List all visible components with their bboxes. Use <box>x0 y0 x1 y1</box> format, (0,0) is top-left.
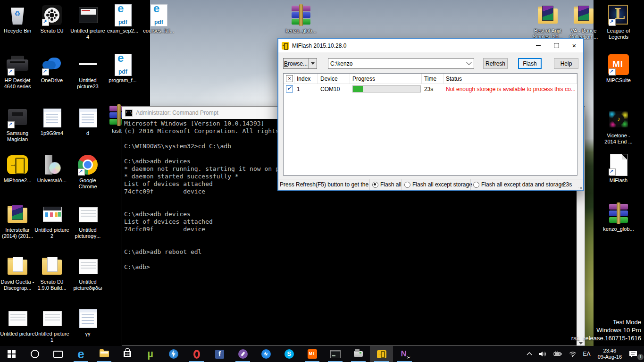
watermark-line-1: Test Mode <box>571 318 641 326</box>
desktop-icon-untitled-picture-2[interactable]: Untitled picture 2 <box>34 203 70 239</box>
viber-icon[interactable] <box>231 346 254 362</box>
refresh-button[interactable]: Refresh <box>483 58 508 69</box>
thumb-light-icon-shape <box>79 207 98 222</box>
radio-button-icon[interactable] <box>372 182 378 188</box>
device-app-icon[interactable] <box>347 346 370 362</box>
start-button[interactable] <box>0 346 23 362</box>
battery-icon[interactable] <box>550 346 566 362</box>
clock[interactable]: 23:46 09-Aug-16 <box>594 348 626 360</box>
thumb-light-icon <box>76 255 99 278</box>
onenote-clipper-icon[interactable] <box>393 346 416 362</box>
shortcut-arrow-icon <box>78 168 85 176</box>
opera-icon[interactable] <box>185 346 208 362</box>
desktop-icon-interstellar-2014-201[interactable]: Interstellar (2014) (201... <box>0 203 35 239</box>
resize-grip[interactable] <box>577 179 583 190</box>
desktop-icon-untitled-picture-1[interactable]: Untitled picture 1 <box>34 307 70 343</box>
desktop-icon-untitled-picture-4[interactable]: Untitled picture 4 <box>70 4 106 40</box>
folder-doc-icon <box>6 255 29 278</box>
device-row[interactable]: 1COM1023sNot enough storage is available… <box>284 84 577 94</box>
desktop-icon-1p9g9m4[interactable]: 1p9G9m4 <box>34 106 70 136</box>
desktop-icon-vicetone-2014-end[interactable]: Vicetone - 2014 End ... <box>601 109 636 145</box>
desktop-icon-d[interactable]: d <box>70 106 106 136</box>
cortana-search-button[interactable] <box>23 346 46 362</box>
desktop-icon-recycle-bin[interactable]: Recycle Bin <box>0 4 35 34</box>
desktop-icon-serato-dj[interactable]: Serato DJ <box>34 4 70 34</box>
combobox-chevron-icon[interactable] <box>464 59 474 68</box>
console-line: List of devices attached <box>124 218 585 226</box>
radio-flash-all-except-storage[interactable]: Flash all except storage <box>401 179 470 190</box>
edge-icon[interactable] <box>69 346 92 362</box>
column-header-progress[interactable]: Progress <box>350 74 422 84</box>
desktop-icon-serato-dj-1-9-0-build[interactable]: Serato DJ 1.9.0 Build... <box>34 255 70 291</box>
serato-icon <box>41 4 63 26</box>
flash-button[interactable]: Flash <box>518 58 542 69</box>
watermark-line-2: Windows 10 Pro <box>571 326 641 334</box>
desktop-icon-david-guetta-discograp[interactable]: David Guetta - Discograp... <box>0 255 35 291</box>
desktop-icon-label: Serato DJ 1.9.0 Build... <box>34 279 70 291</box>
select-all-checkbox[interactable] <box>284 74 294 84</box>
wifi-icon[interactable] <box>566 346 580 362</box>
radio-button-icon[interactable] <box>473 182 479 188</box>
desktop-icon-best-of-arijit-singles-20[interactable]: Best of Arijit Singles [20... <box>530 4 566 40</box>
desktop-icon-untitled-pictureδφδω[interactable]: Untitled pictureδφδω <box>70 255 106 291</box>
facebook-icon[interactable] <box>208 346 231 362</box>
desktop-icon-va-dance-collection[interactable]: VA - Dance Collection ... <box>566 4 602 40</box>
miflash-titlebar[interactable]: MiFlash 2015.10.28.0 × <box>278 39 583 52</box>
desktop-icon-kenzo-glob[interactable]: kenzo_glob... <box>283 4 319 34</box>
flash-path-combobox[interactable]: C:\kenzo <box>328 58 474 69</box>
desktop-icon-hp-deskjet-4640-series[interactable]: HP Deskjet 4640 series <box>0 53 35 90</box>
device-table-body: 1COM1023sNot enough storage is available… <box>284 84 577 94</box>
maximize-button[interactable] <box>547 39 565 52</box>
desktop-icon-miflash[interactable]: MiFlash <box>601 153 636 184</box>
utorrent-icon[interactable] <box>139 346 162 362</box>
messenger-icon[interactable] <box>254 346 277 362</box>
desktop-icon-kenzo-glob[interactable]: kenzo_glob... <box>601 202 636 232</box>
file-explorer-icon[interactable] <box>92 346 116 362</box>
radio-flash-all-except-data-and-storage[interactable]: Flash all except data and storage <box>470 179 558 190</box>
desktop-icon-onedrive[interactable]: OneDrive <box>34 53 70 84</box>
desktop-icon-γγ[interactable]: γγ <box>70 307 106 337</box>
tray-chevron-up-icon[interactable] <box>523 346 535 362</box>
mi-suite-icon[interactable] <box>301 346 324 362</box>
scroll-down-arrow-icon[interactable] <box>579 342 583 345</box>
daemon-tools-icon[interactable] <box>162 346 185 362</box>
help-button[interactable]: Help <box>554 58 578 69</box>
column-header-device[interactable]: Device <box>318 74 350 84</box>
volume-icon[interactable] <box>535 346 550 362</box>
thumb-dark-icon-shape <box>79 7 98 23</box>
desktop-icon-league-of-legends[interactable]: League of Legends <box>601 4 636 40</box>
browse-button[interactable]: Browse... <box>283 58 317 69</box>
desktop-icon-program-f[interactable]: program_f... <box>105 53 141 84</box>
browse-dropdown-arrow-icon[interactable] <box>308 59 317 68</box>
folder-media-icon <box>6 203 29 226</box>
desktop-icon-mipcsuite[interactable]: MiPCSuite <box>601 53 636 84</box>
desktop-icon-untitled-picture[interactable]: Untitled picture <box>0 307 35 337</box>
close-button[interactable]: × <box>565 39 583 52</box>
desktop-icon-exam-sep2[interactable]: exam_sep2... <box>105 4 141 34</box>
console-line: 74cfc09f device <box>124 226 585 233</box>
radio-button-icon[interactable] <box>404 182 410 188</box>
desktop-icon-untitled-pictureφγ[interactable]: Untitled pictureφγ... <box>70 203 106 239</box>
device-checkbox[interactable] <box>286 85 293 93</box>
minimize-button[interactable] <box>529 39 547 52</box>
miflash-taskbar-icon[interactable] <box>370 346 393 362</box>
radio-flash-all[interactable]: Flash all <box>369 179 401 190</box>
skype-icon[interactable] <box>277 346 301 362</box>
windows-store-icon[interactable] <box>116 346 139 362</box>
desktop-icon-google-chrome[interactable]: Google Chrome <box>70 153 106 190</box>
desktop-icon-courses-fal[interactable]: courses_fal... <box>141 4 176 34</box>
desktop-icon-label: Untitled pictureφγ... <box>70 227 106 239</box>
desktop-icon-miphone2[interactable]: MiPhone2... <box>0 153 35 184</box>
column-header-status[interactable]: Status <box>443 74 577 84</box>
task-view-button[interactable] <box>46 346 69 362</box>
desktop-icon-universala[interactable]: UniversalA... <box>34 153 70 184</box>
column-header-time[interactable]: Time <box>422 74 443 84</box>
desktop-icon-label: γγ <box>70 331 106 337</box>
desktop-icon-untitled-picture23[interactable]: Untitled picture23 <box>70 53 106 90</box>
language-indicator[interactable]: ΕΛ <box>580 346 594 362</box>
statusbar-hint: Press Refresh(F5) button to get the avai <box>278 181 369 188</box>
action-center-icon[interactable]: 1 <box>626 346 644 362</box>
column-header-index[interactable]: Index <box>294 74 318 84</box>
desktop-icon-samsung-magician[interactable]: Samsung Magician <box>0 106 35 143</box>
command-prompt-taskbar-icon[interactable] <box>324 346 347 362</box>
